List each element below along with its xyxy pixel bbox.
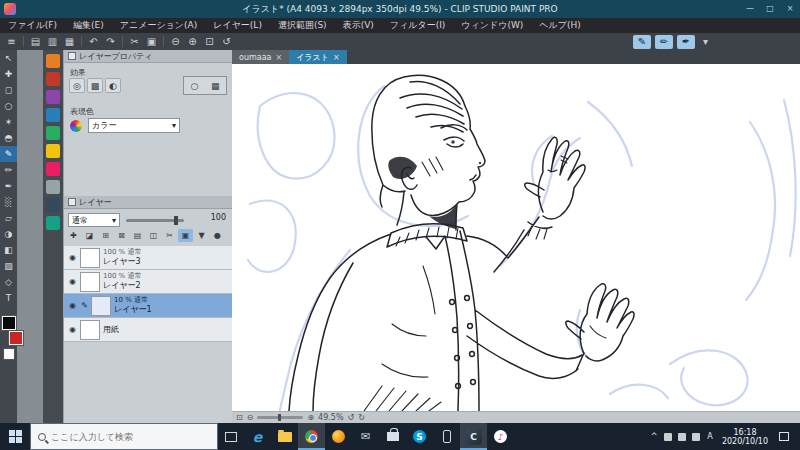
snap-button-1[interactable]: ✎	[633, 35, 651, 49]
minimize-button[interactable]: —	[740, 0, 760, 18]
main-color-swatch[interactable]	[2, 316, 16, 330]
menu-item-file[interactable]: ファイル(F)	[0, 18, 65, 33]
taskbar-icon-phone[interactable]	[433, 423, 460, 450]
canvas-tab-1[interactable]: oumaaa ×	[232, 50, 289, 64]
layer-cmd-4[interactable]: ⊠	[114, 229, 129, 242]
layer-cmd-10[interactable]: ●	[210, 229, 225, 242]
tool-pencil-icon[interactable]: ✏	[0, 162, 17, 178]
dock-icon-4[interactable]	[46, 108, 60, 122]
main-menu-button[interactable]: ≡	[3, 33, 20, 50]
menu-item-layer[interactable]: レイヤー(L)	[205, 18, 270, 33]
dock-icon-3[interactable]	[46, 90, 60, 104]
tool-airbrush-icon[interactable]: ░	[0, 194, 17, 210]
taskbar-icon-chrome[interactable]	[298, 423, 325, 450]
layer-cmd-9[interactable]: ▼	[194, 229, 209, 242]
taskbar-icon-skype[interactable]: S	[406, 423, 433, 450]
menu-item-help[interactable]: ヘルプ(H)	[531, 18, 588, 33]
layer-cmd-6[interactable]: ◫	[146, 229, 161, 242]
menu-item-view[interactable]: 表示(V)	[335, 18, 382, 33]
save-button[interactable]: ▦	[61, 33, 78, 50]
dock-icon-10[interactable]	[46, 216, 60, 230]
battery-icon[interactable]	[692, 433, 700, 441]
tool-gradient-icon[interactable]: ▨	[0, 258, 17, 274]
canvas-page[interactable]	[232, 64, 800, 411]
layer-cmd-8[interactable]: ▣	[178, 229, 193, 242]
layer-row[interactable]: ◉ 100 % 通常 レイヤー3	[64, 246, 232, 270]
toolbar-overflow-button[interactable]: ▾	[697, 33, 714, 50]
close-button[interactable]: ×	[780, 0, 800, 18]
tool-move-icon[interactable]: ✚	[0, 66, 17, 82]
layer-cmd-5[interactable]: ▤	[130, 229, 145, 242]
layer-row-selected[interactable]: ◉ ✎ 10 % 通常 レイヤー1	[64, 294, 232, 318]
tool-fill-icon[interactable]: ◧	[0, 242, 17, 258]
taskbar-icon-mail[interactable]: ✉	[352, 423, 379, 450]
taskbar-icon-edge[interactable]: e	[244, 423, 271, 450]
rotate-right-button[interactable]: ↻	[358, 412, 365, 424]
effect-extra-button-1[interactable]: ○	[190, 81, 198, 91]
tool-text-icon[interactable]: T	[0, 290, 17, 306]
taskbar-icon-store[interactable]	[379, 423, 406, 450]
opacity-slider-handle[interactable]	[174, 216, 178, 225]
effect-extra-button-2[interactable]: ▦	[211, 81, 220, 91]
taskbar-icon-explorer[interactable]	[271, 423, 298, 450]
tool-shape-icon[interactable]: ◇	[0, 274, 17, 290]
layer-panel-header[interactable]: レイヤー	[64, 196, 232, 209]
maximize-button[interactable]: □	[760, 0, 780, 18]
action-center-button[interactable]	[773, 432, 795, 441]
canvas-tab-2[interactable]: イラスト ×	[289, 50, 346, 64]
start-button[interactable]	[0, 423, 30, 450]
expression-color-select[interactable]: カラー ▾	[88, 118, 180, 133]
tool-lasso-icon[interactable]: ○	[0, 98, 17, 114]
rotate-reset-button[interactable]: ↺	[218, 33, 235, 50]
tool-eraser-icon[interactable]: ▱	[0, 210, 17, 226]
tab-close-icon[interactable]: ×	[333, 53, 340, 62]
zoom-in-button[interactable]: ⊕	[307, 412, 314, 424]
layer-cmd-7[interactable]: ✂	[162, 229, 177, 242]
snap-button-2[interactable]: ✏	[655, 35, 673, 49]
tool-pen-icon[interactable]: ✎	[0, 146, 17, 162]
menu-item-edit[interactable]: 編集(E)	[65, 18, 112, 33]
zoom-out-button[interactable]: ⊖	[247, 412, 254, 424]
zoom-slider-handle[interactable]	[278, 414, 281, 421]
snap-button-3[interactable]: ✒	[677, 35, 695, 49]
menu-item-filter[interactable]: フィルター(I)	[382, 18, 454, 33]
layer-property-header[interactable]: レイヤープロパティ	[64, 50, 232, 63]
visibility-toggle-icon[interactable]: ◉	[66, 277, 79, 286]
paste-button[interactable]: ▣	[143, 33, 160, 50]
volume-icon[interactable]	[678, 433, 686, 441]
layer-cmd-3[interactable]: ⊞	[98, 229, 113, 242]
dock-icon-6[interactable]	[46, 144, 60, 158]
tool-marquee-icon[interactable]: ◻	[0, 82, 17, 98]
menu-item-selection[interactable]: 選択範囲(S)	[270, 18, 335, 33]
tool-wand-icon[interactable]: ✶	[0, 114, 17, 130]
layer-cmd-2[interactable]: ◪	[82, 229, 97, 242]
new-button[interactable]: ▤	[27, 33, 44, 50]
tool-brush-icon[interactable]: ✒	[0, 178, 17, 194]
opacity-slider[interactable]	[126, 219, 184, 222]
fit-screen-button[interactable]: ⊡	[201, 33, 218, 50]
taskbar-icon-music[interactable]: ♪	[487, 423, 514, 450]
undo-button[interactable]: ↶	[85, 33, 102, 50]
dock-icon-8[interactable]	[46, 180, 60, 194]
redo-button[interactable]: ↷	[102, 33, 119, 50]
tray-expand-button[interactable]: ^	[647, 432, 661, 441]
tool-blend-icon[interactable]: ◑	[0, 226, 17, 242]
network-icon[interactable]	[664, 433, 672, 441]
zoom-in-button[interactable]: ⊕	[184, 33, 201, 50]
dock-icon-9[interactable]	[46, 198, 60, 212]
tool-operation-icon[interactable]: ↖	[0, 50, 17, 66]
dock-icon-1[interactable]	[46, 54, 60, 68]
taskbar-search[interactable]	[30, 423, 218, 450]
cut-button[interactable]: ✂	[126, 33, 143, 50]
ime-indicator[interactable]: A	[703, 432, 717, 441]
layer-cmd-1[interactable]: ✚	[66, 229, 81, 242]
visibility-toggle-icon[interactable]: ◉	[66, 253, 79, 262]
dock-icon-7[interactable]	[46, 162, 60, 176]
zoom-slider[interactable]	[257, 416, 303, 419]
transparent-color-swatch[interactable]	[4, 349, 14, 359]
search-input[interactable]	[51, 432, 191, 442]
sub-color-swatch[interactable]	[9, 331, 23, 345]
task-view-button[interactable]	[218, 423, 244, 450]
taskbar-icon-firefox[interactable]	[325, 423, 352, 450]
open-button[interactable]: ▥	[44, 33, 61, 50]
